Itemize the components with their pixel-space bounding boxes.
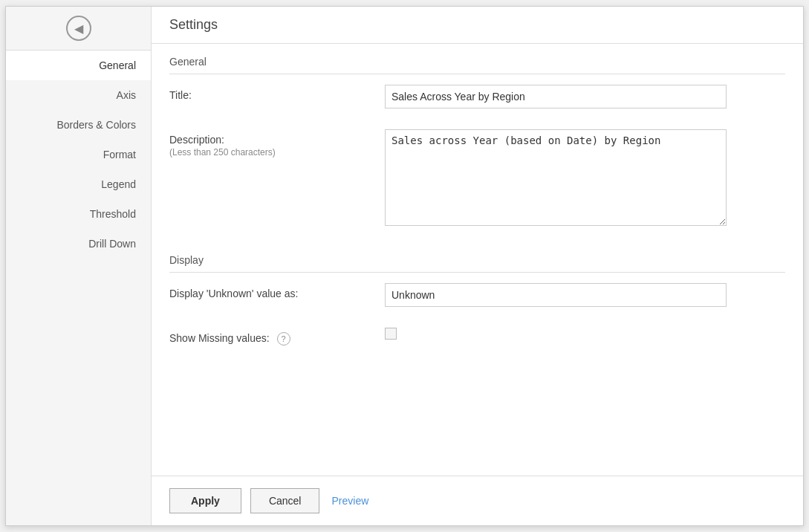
sidebar-item-drill-down[interactable]: Drill Down (6, 229, 151, 259)
missing-label: Show Missing values: ? (169, 328, 385, 346)
description-label: Description: (Less than 250 characters) (169, 129, 385, 158)
apply-button[interactable]: Apply (169, 488, 241, 513)
cancel-button[interactable]: Cancel (250, 488, 320, 513)
sidebar: ◀ General Axis Borders & Colors Format L… (6, 7, 152, 525)
missing-checkbox[interactable] (385, 328, 397, 340)
help-icon[interactable]: ? (277, 332, 290, 346)
unknown-input[interactable] (385, 283, 727, 307)
title-input[interactable] (385, 85, 727, 108)
title-row: Title: (169, 74, 785, 119)
display-section-title: Display (169, 242, 785, 272)
sidebar-back-button[interactable]: ◀ (6, 7, 151, 51)
main-content: Settings General Title: Description: (Le… (152, 7, 803, 525)
missing-checkbox-wrapper (385, 328, 397, 340)
title-label: Title: (169, 85, 385, 101)
preview-button[interactable]: Preview (328, 489, 371, 513)
sidebar-item-threshold[interactable]: Threshold (6, 199, 151, 229)
missing-values-row: Show Missing values: ? (169, 317, 785, 356)
main-header: Settings (152, 7, 803, 44)
page-title: Settings (169, 17, 218, 32)
main-footer: Apply Cancel Preview (152, 476, 803, 525)
sidebar-item-legend[interactable]: Legend (6, 169, 151, 199)
main-body: General Title: Description: (Less than 2… (152, 44, 803, 476)
sidebar-nav: General Axis Borders & Colors Format Leg… (6, 51, 151, 259)
unknown-label: Display 'Unknown' value as: (169, 283, 385, 299)
display-section: Display Display 'Unknown' value as: Show… (169, 242, 785, 356)
description-row: Description: (Less than 250 characters) … (169, 119, 785, 236)
sidebar-item-general[interactable]: General (6, 51, 151, 80)
general-section-title: General (169, 44, 785, 74)
description-textarea[interactable]: Sales across Year (based on Date) by Reg… (385, 129, 727, 226)
unknown-row: Display 'Unknown' value as: (169, 273, 785, 317)
back-icon[interactable]: ◀ (66, 16, 91, 41)
sidebar-item-axis[interactable]: Axis (6, 80, 151, 110)
sidebar-item-format[interactable]: Format (6, 140, 151, 169)
sidebar-item-borders-colors[interactable]: Borders & Colors (6, 110, 151, 140)
description-hint: (Less than 250 characters) (169, 147, 385, 158)
settings-window: ◀ General Axis Borders & Colors Format L… (5, 6, 804, 526)
